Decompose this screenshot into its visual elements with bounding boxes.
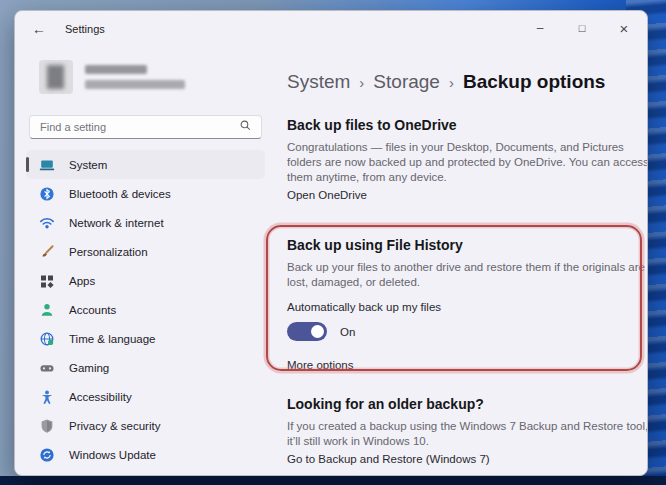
avatar-blurred-content: [47, 65, 64, 89]
sidebar-item-privacy-security[interactable]: Privacy & security: [26, 411, 265, 440]
settings-window: ← Settings – □ × Find a setting: [14, 10, 648, 476]
sidebar-item-label: Bluetooth & devices: [69, 188, 171, 200]
sidebar-item-label: Apps: [69, 275, 95, 287]
page-title: Backup options: [463, 71, 606, 93]
game-controller-icon: [39, 360, 55, 376]
sidebar-item-label: Personalization: [69, 246, 148, 258]
onedrive-section-heading: Back up files to OneDrive: [287, 116, 648, 134]
main-content: System › Storage › Backup options Back u…: [271, 47, 648, 475]
sidebar-item-accounts[interactable]: Accounts: [26, 295, 265, 324]
chevron-right-icon: ›: [449, 74, 454, 91]
sidebar-item-label: System: [69, 159, 107, 171]
sidebar-item-label: Time & language: [69, 333, 156, 345]
breadcrumb: System › Storage › Backup options: [287, 71, 648, 93]
toggle-knob: [311, 325, 324, 338]
minimize-button[interactable]: –: [519, 11, 561, 45]
titlebar: ← Settings – □ ×: [15, 11, 647, 47]
search-placeholder: Find a setting: [40, 121, 239, 133]
sidebar-item-label: Privacy & security: [69, 420, 160, 432]
sidebar-item-label: Windows Update: [69, 449, 156, 461]
auto-backup-toggle[interactable]: [287, 322, 327, 341]
avatar: [39, 60, 73, 94]
sidebar-item-system[interactable]: System: [26, 150, 265, 179]
sidebar-item-label: Accounts: [69, 304, 116, 316]
older-backup-description: If you created a backup using the Window…: [287, 419, 648, 449]
auto-backup-toggle-row: On: [287, 322, 648, 341]
sidebar-item-accessibility[interactable]: Accessibility: [26, 382, 265, 411]
sidebar: Find a setting System Bluetooth & dev: [15, 47, 271, 475]
open-onedrive-link[interactable]: Open OneDrive: [287, 189, 648, 201]
sidebar-item-label: Network & internet: [69, 217, 164, 229]
profile-text-redacted: [85, 65, 185, 89]
close-button[interactable]: ×: [603, 11, 645, 45]
brush-icon: [39, 244, 55, 260]
sidebar-nav: System Bluetooth & devices Network & int…: [26, 150, 265, 469]
system-icon: [39, 157, 55, 173]
toggle-state-label: On: [340, 326, 355, 338]
sidebar-item-personalization[interactable]: Personalization: [26, 237, 265, 266]
user-email-redacted: [85, 80, 185, 89]
user-profile[interactable]: [39, 59, 265, 95]
chevron-right-icon: ›: [359, 74, 364, 91]
older-backup-section: Looking for an older backup? If you crea…: [287, 395, 648, 465]
window-controls: – □ ×: [519, 11, 645, 45]
back-icon[interactable]: ←: [32, 22, 46, 36]
update-arrows-icon: [39, 447, 55, 463]
globe-clock-icon: [39, 331, 55, 347]
taskbar-strip: [0, 476, 666, 485]
settings-sections: Back up files to OneDrive Congratulation…: [287, 116, 648, 465]
more-options-link[interactable]: More options: [287, 359, 648, 371]
window-body: Find a setting System Bluetooth & dev: [15, 47, 647, 475]
file-history-heading: Back up using File History: [287, 236, 648, 254]
sidebar-item-label: Accessibility: [69, 391, 132, 403]
onedrive-section-description: Congratulations — files in your Desktop,…: [287, 140, 648, 185]
auto-backup-label: Automatically back up my files: [287, 301, 648, 313]
sidebar-item-windows-update[interactable]: Windows Update: [26, 440, 265, 469]
sidebar-item-apps[interactable]: Apps: [26, 266, 265, 295]
sidebar-item-time-language[interactable]: Time & language: [26, 324, 265, 353]
onedrive-backup-section: Back up files to OneDrive Congratulation…: [287, 116, 648, 201]
breadcrumb-storage[interactable]: Storage: [373, 71, 440, 93]
search-icon: [239, 118, 252, 136]
wifi-icon: [39, 215, 55, 231]
accessibility-person-icon: [39, 389, 55, 405]
file-history-description: Back up your files to another drive and …: [287, 260, 648, 290]
shield-icon: [39, 418, 55, 434]
search-input[interactable]: Find a setting: [29, 115, 262, 139]
breadcrumb-system[interactable]: System: [287, 71, 350, 93]
backup-restore-windows7-link[interactable]: Go to Backup and Restore (Windows 7): [287, 453, 648, 465]
person-icon: [39, 302, 55, 318]
older-backup-heading: Looking for an older backup?: [287, 395, 648, 413]
file-history-section: Back up using File History Back up your …: [287, 236, 648, 371]
apps-grid-icon: [39, 273, 55, 289]
user-name-redacted: [85, 65, 147, 74]
maximize-button[interactable]: □: [561, 11, 603, 45]
sidebar-item-bluetooth-devices[interactable]: Bluetooth & devices: [26, 179, 265, 208]
window-title: Settings: [65, 23, 105, 35]
sidebar-item-gaming[interactable]: Gaming: [26, 353, 265, 382]
bluetooth-icon: [39, 186, 55, 202]
sidebar-item-label: Gaming: [69, 362, 109, 374]
sidebar-item-network-internet[interactable]: Network & internet: [26, 208, 265, 237]
